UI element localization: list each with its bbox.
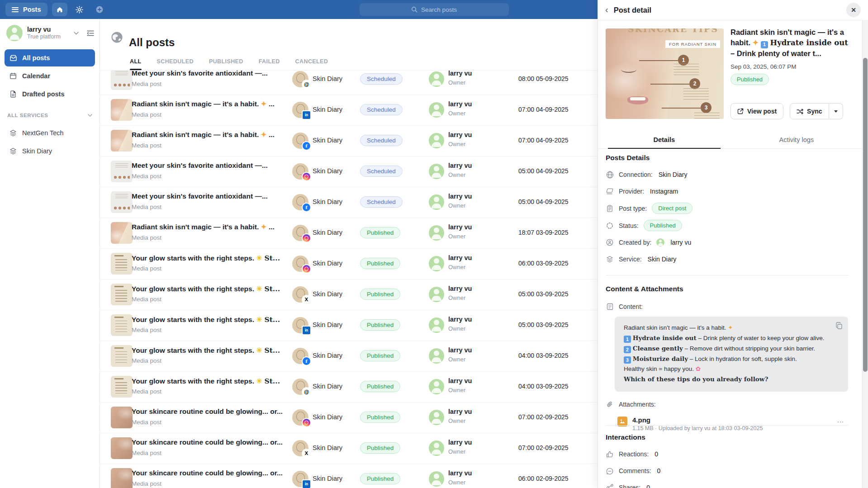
field-label: Provider: [619, 188, 644, 195]
content-text: – Remove dirt without stripping your ski… [683, 345, 816, 352]
panel-scrollbar[interactable] [862, 20, 868, 488]
table-row[interactable]: Meet your skin's favorite antioxidant —.… [100, 187, 598, 218]
post-type-label: Media post [132, 357, 161, 364]
keycap-1-icon: 1 [624, 336, 631, 343]
table-row[interactable]: Your glow starts with the right steps. ☀… [100, 310, 598, 341]
table-row[interactable]: Radiant skin isn't magic — it's a habit.… [100, 95, 598, 126]
service-avatar: in [292, 317, 308, 333]
image-face-detail [621, 66, 636, 73]
settings-button[interactable] [72, 3, 87, 16]
tab-all[interactable]: ALL [130, 55, 142, 70]
service-avatar: @ [292, 71, 308, 87]
sidebar: larry vu True platform All postsCalendar… [0, 19, 100, 488]
service-avatar: in [292, 102, 308, 118]
chevron-down-icon[interactable] [88, 114, 92, 117]
attachment-meta: 1.15 MB · Uploaded by larry vu at 18:03 … [632, 425, 848, 431]
service-name: Skin Diary [313, 352, 342, 359]
view-post-button[interactable]: View post [730, 103, 783, 119]
attachment-item[interactable]: 4.png 1.15 MB · Uploaded by larry vu at … [617, 416, 848, 431]
field-value: larry vu [670, 239, 691, 246]
table-row[interactable]: Your skincare routine could be glowing..… [100, 403, 598, 433]
table-row[interactable]: Radiant skin isn't magic — it's a habit.… [100, 218, 598, 249]
sparkles-emoji: ✦ [728, 324, 733, 331]
interaction-field: Comments:0 [606, 465, 848, 476]
post-title-text: Radiant skin isn't magic — it's a habit. [132, 223, 261, 231]
post-type-label: Media post [132, 480, 161, 487]
search-input[interactable]: Search posts [360, 3, 509, 16]
attachments-label: Attachments: [619, 401, 656, 408]
table-row[interactable]: Your glow starts with the right steps. ☀… [100, 372, 598, 403]
owner-role: Owner [448, 233, 465, 240]
post-title-text: Your glow starts with the right steps. [132, 377, 256, 385]
sparkles-emoji: ✦ [261, 223, 267, 231]
service-name: Skin Diary [313, 321, 342, 328]
sidebar-item-calendar[interactable]: Calendar [5, 67, 95, 85]
comment-icon [606, 468, 614, 474]
sync-icon [797, 109, 803, 114]
post-timestamp: 05:00 03-09-2025 [518, 321, 569, 328]
sidebar-nav: All postsCalendarDrafted posts [0, 47, 100, 103]
post-title-bold: St... [265, 315, 280, 324]
add-button[interactable] [92, 3, 107, 16]
posts-table: Meet your skin's favorite antioxidant —.… [100, 70, 598, 488]
post-title-bold: St... [265, 254, 280, 262]
collapse-sidebar-icon[interactable] [87, 30, 94, 36]
services-nav: NextGen TechSkin Diary [0, 122, 100, 160]
owner-role: Owner [448, 448, 465, 455]
sync-button[interactable]: Sync [790, 103, 829, 119]
panel-actions: View post Sync [730, 103, 843, 119]
chevron-down-icon[interactable] [74, 32, 79, 35]
post-timestamp: 06:00 02-09-2025 [518, 475, 569, 482]
tab-published[interactable]: PUBLISHED [209, 55, 243, 70]
tab-failed[interactable]: FAILED [259, 55, 280, 70]
post-timestamp: 07:00 02-09-2025 [518, 444, 569, 451]
sidebar-service-nextgen-tech[interactable]: NextGen Tech [5, 124, 95, 142]
tab-scheduled[interactable]: SCHEDULED [157, 55, 194, 70]
copy-icon[interactable] [835, 322, 843, 329]
linkedin-icon: in [302, 110, 311, 120]
service-name: Skin Diary [313, 413, 342, 421]
sidebar-item-all-posts[interactable]: All posts [5, 49, 95, 66]
scrollbar-thumb[interactable] [863, 58, 868, 372]
content-line: Which of these tips do you already follo… [624, 374, 839, 384]
owner-name: larry vu [448, 346, 472, 354]
stack-icon [9, 147, 17, 155]
more-options-icon[interactable]: … [837, 416, 844, 424]
content-line: Healthy skin = happy you. ✿ [624, 364, 839, 374]
panel-title: Post detail [614, 6, 651, 14]
status-badge: Scheduled [360, 104, 403, 115]
post-thumbnail [111, 437, 133, 459]
table-row[interactable]: Meet your skin's favorite antioxidant —.… [100, 70, 598, 95]
panel-tab-activity-logs[interactable]: Activity logs [730, 132, 863, 148]
globe-icon [606, 171, 614, 179]
home-button[interactable] [52, 3, 67, 16]
service-name: Skin Diary [313, 260, 342, 267]
back-chevron-icon[interactable]: ‹ [605, 5, 608, 14]
table-row[interactable]: Your glow starts with the right steps. ☀… [100, 249, 598, 280]
post-title-text: Meet your skin's favorite antioxidant —.… [132, 70, 268, 77]
owner-name: larry vu [448, 316, 472, 323]
table-row[interactable]: Radiant skin isn't magic — it's a habit.… [100, 126, 598, 156]
search-icon [411, 6, 417, 13]
stack-icon [606, 256, 614, 263]
post-timestamp: 18:07 03-09-2025 [518, 229, 569, 236]
instagram-icon [302, 418, 311, 427]
table-row[interactable]: Your glow starts with the right steps. ☀… [100, 280, 598, 310]
service-avatar [292, 409, 308, 426]
panel-tab-details[interactable]: Details [598, 132, 730, 148]
post-title-text: Your glow starts with the right steps. [132, 316, 256, 323]
post-type-label: Media post [132, 111, 161, 118]
posts-menu-button[interactable]: Posts [5, 3, 47, 16]
sidebar-item-drafted-posts[interactable]: Drafted posts [5, 85, 95, 103]
owner-avatar [429, 194, 444, 210]
tab-canceled[interactable]: CANCELED [295, 55, 328, 70]
table-row[interactable]: Your skincare routine could be glowing..… [100, 464, 598, 488]
close-icon[interactable]: ✕ [846, 3, 861, 17]
table-row[interactable]: Your glow starts with the right steps. ☀… [100, 341, 598, 372]
table-row[interactable]: Your skincare routine could be glowing..… [100, 433, 598, 464]
sidebar-service-skin-diary[interactable]: Skin Diary [5, 142, 95, 160]
workspace-switcher[interactable]: larry vu True platform [0, 19, 100, 47]
table-row[interactable]: Meet your skin's favorite antioxidant —.… [100, 156, 598, 187]
sync-dropdown-button[interactable] [829, 103, 843, 119]
search-placeholder: Search posts [421, 6, 457, 13]
